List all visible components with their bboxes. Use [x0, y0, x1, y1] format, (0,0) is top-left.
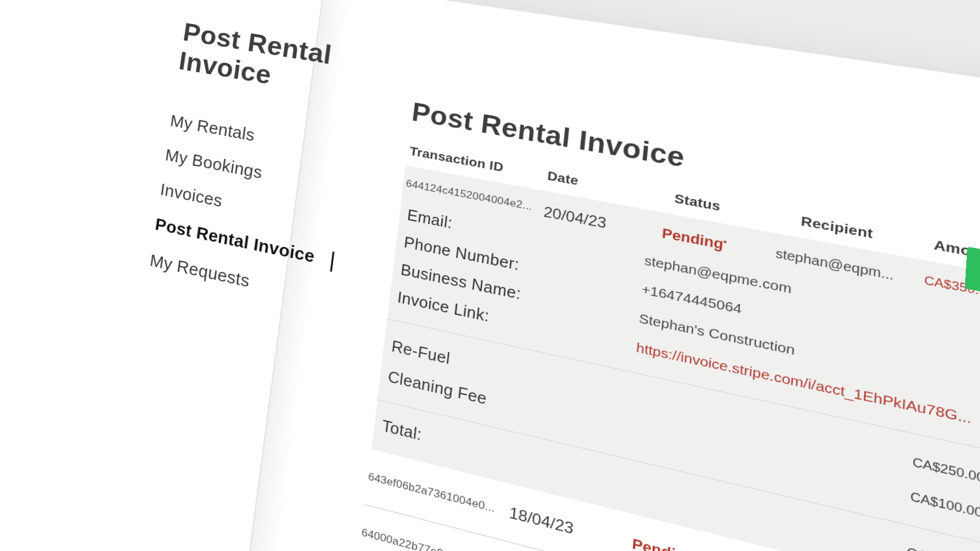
sidebar-nav: My Rentals My Bookings Invoices Post Ren…	[149, 111, 346, 308]
app-background: Post Rental Invoice My Rentals My Bookin…	[0, 0, 980, 551]
status-marker: •	[723, 236, 727, 246]
status-badge: Pending	[605, 529, 723, 551]
total-amount: CA$350.00	[851, 532, 980, 551]
text-cursor	[330, 252, 335, 272]
status-text: Pending	[662, 226, 724, 253]
page-sheet: Post Rental Invoice My Rentals My Bookin…	[0, 0, 980, 551]
sidebar: Post Rental Invoice My Rentals My Bookin…	[146, 17, 358, 325]
main-content: Post Rental Invoice Create Post Rental I…	[351, 97, 980, 551]
invoice-date: 18/04/23	[508, 504, 607, 546]
